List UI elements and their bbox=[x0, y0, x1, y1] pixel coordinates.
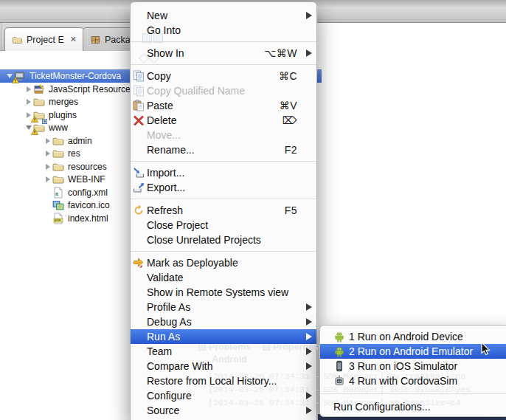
tree-item-label: TicketMonster-Cordova bbox=[30, 71, 121, 81]
menu-item-label: New bbox=[147, 10, 297, 21]
expand-arrow-icon[interactable] bbox=[43, 138, 52, 144]
menu-item-label: Close Unrelated Projects bbox=[147, 234, 297, 246]
expand-arrow-icon[interactable] bbox=[24, 86, 33, 92]
menu-item-go-into[interactable]: Go Into bbox=[131, 23, 316, 38]
import-icon bbox=[133, 167, 145, 179]
menu-item-source[interactable]: Source bbox=[131, 403, 316, 418]
package-explorer-icon bbox=[90, 35, 101, 45]
menu-item-label: Go Into bbox=[147, 24, 297, 36]
submenu-arrow-icon bbox=[303, 49, 312, 57]
context-menu: Problems Properties Android [2014-03-26 … bbox=[130, 1, 317, 420]
menu-item-label: Profile As bbox=[147, 301, 297, 313]
eclipse-window: Project E✕Packag TicketMonster-CordovaJa… bbox=[0, 0, 506, 420]
js-resources-icon bbox=[33, 83, 46, 95]
expand-arrow-icon[interactable] bbox=[24, 99, 33, 105]
project-explorer-icon bbox=[12, 35, 23, 45]
expand-arrow-icon[interactable] bbox=[43, 164, 52, 170]
menu-item-label: Show in Remote Systems view bbox=[147, 286, 297, 298]
menu-separator bbox=[131, 61, 316, 69]
menu-separator bbox=[131, 38, 316, 46]
submenu-item-1-run-on-android-device[interactable]: 1 Run on Android Device bbox=[320, 329, 506, 344]
submenu-arrow-icon bbox=[303, 348, 312, 355]
expand-arrow-icon[interactable] bbox=[43, 176, 52, 182]
tab-label: Project E bbox=[27, 35, 64, 45]
android-icon bbox=[333, 345, 345, 357]
menu-item-label: Close Project bbox=[147, 219, 297, 231]
folder-icon bbox=[33, 122, 46, 134]
menu-separator bbox=[131, 247, 316, 255]
menu-item-validate[interactable]: Validate bbox=[131, 270, 316, 285]
submenu-arrow-icon bbox=[303, 362, 312, 370]
menu-item-compare-with[interactable]: Compare With bbox=[131, 359, 316, 373]
tab-project-explorer[interactable]: Project E✕ bbox=[4, 27, 84, 51]
menu-item-label: 3 Run on iOS Simulator bbox=[349, 360, 491, 372]
menu-item-close-unrelated-projects[interactable]: Close Unrelated Projects bbox=[131, 233, 316, 247]
menu-item-close-project[interactable]: Close Project bbox=[131, 218, 316, 233]
menu-item-debug-as[interactable]: Debug As bbox=[131, 314, 316, 329]
menu-item-label: Rename... bbox=[147, 144, 277, 156]
menu-item-configure[interactable]: Configure bbox=[131, 388, 316, 403]
delete-icon bbox=[133, 114, 145, 126]
tab-close-icon[interactable]: ✕ bbox=[70, 35, 77, 44]
menu-item-show-in-remote-systems-view[interactable]: Show in Remote Systems view bbox=[131, 285, 316, 300]
menu-item-new[interactable]: New bbox=[131, 8, 316, 23]
menu-item-label: Source bbox=[147, 404, 297, 416]
menu-item-delete[interactable]: Delete⌦ bbox=[131, 113, 316, 128]
menu-separator bbox=[131, 195, 316, 203]
menu-item-team[interactable]: Team bbox=[131, 344, 316, 359]
tree-item-label: merges bbox=[49, 97, 78, 107]
menu-item-profile-as[interactable]: Profile As bbox=[131, 300, 316, 314]
menu-item-move: Move... bbox=[131, 128, 316, 142]
submenu-arrow-icon bbox=[303, 407, 312, 414]
folder-icon bbox=[52, 135, 65, 147]
submenu-arrow-icon bbox=[303, 303, 312, 311]
menu-item-restore-from-local-history[interactable]: Restore from Local History... bbox=[131, 373, 316, 388]
menu-item-import[interactable]: Import... bbox=[131, 165, 316, 180]
submenu-item-3-run-on-ios-simulator[interactable]: 3 Run on iOS Simulator bbox=[320, 359, 506, 373]
mouse-cursor bbox=[481, 342, 491, 357]
menu-item-label: Show In bbox=[147, 47, 257, 59]
expand-arrow-icon[interactable] bbox=[43, 151, 52, 156]
html-file-icon bbox=[52, 213, 65, 224]
menu-item-label: Export... bbox=[147, 182, 297, 193]
menu-item-copy[interactable]: Copy⌘C bbox=[131, 69, 316, 83]
menu-item-label: Run As bbox=[147, 331, 297, 342]
project-icon bbox=[14, 70, 27, 82]
menu-item-mark-as-deployable[interactable]: Mark as Deployable bbox=[131, 255, 316, 270]
submenu-item-run-configurations[interactable]: Run Configurations... bbox=[320, 399, 506, 414]
cordovasim-icon bbox=[333, 375, 345, 387]
menu-item-label: Copy bbox=[147, 70, 271, 82]
menu-item-run-as[interactable]: Run As bbox=[131, 329, 316, 344]
menu-item-label: Mark as Deployable bbox=[147, 257, 297, 269]
menu-item-show-in[interactable]: Show In⌥⌘W bbox=[131, 46, 316, 61]
menu-item-refresh[interactable]: RefreshF5 bbox=[131, 203, 316, 218]
menu-item-label: Run Configurations... bbox=[333, 401, 491, 413]
submenu-item-4-run-with-cordovasim[interactable]: 4 Run with CordovaSim bbox=[320, 373, 506, 388]
xml-file-icon bbox=[52, 187, 65, 199]
export-icon bbox=[133, 182, 145, 193]
copy-icon bbox=[133, 70, 145, 82]
tree-item-label: favicon.ico bbox=[68, 200, 110, 210]
menu-item-label: Debug As bbox=[147, 316, 297, 328]
menu-item-label: Validate bbox=[147, 272, 297, 283]
menu-separator bbox=[320, 388, 506, 399]
menu-item-label: Restore from Local History... bbox=[147, 375, 297, 387]
refresh-icon bbox=[133, 204, 145, 216]
menu-item-label: 4 Run with CordovaSim bbox=[349, 375, 491, 387]
tree-item-label: www bbox=[49, 123, 68, 133]
folder-icon bbox=[33, 96, 46, 108]
paste-icon bbox=[133, 100, 145, 111]
menu-item-export[interactable]: Export... bbox=[131, 180, 316, 195]
submenu-item-2-run-on-android-emulator[interactable]: 2 Run on Android Emulator bbox=[320, 344, 506, 359]
menu-shortcut: F2 bbox=[285, 144, 297, 156]
tree-item-label: JavaScript Resources bbox=[49, 84, 135, 94]
menu-shortcut: ⌘V bbox=[280, 100, 297, 111]
iphone-icon bbox=[333, 360, 345, 372]
folder-icon bbox=[52, 173, 65, 185]
menu-item-rename[interactable]: Rename...F2 bbox=[131, 142, 316, 157]
menu-item-label: Configure bbox=[147, 390, 297, 402]
deploy-icon bbox=[133, 257, 145, 269]
menu-item-label: Team bbox=[147, 345, 297, 357]
menu-item-paste[interactable]: Paste⌘V bbox=[131, 98, 316, 113]
tree-item-label: res bbox=[68, 148, 80, 159]
